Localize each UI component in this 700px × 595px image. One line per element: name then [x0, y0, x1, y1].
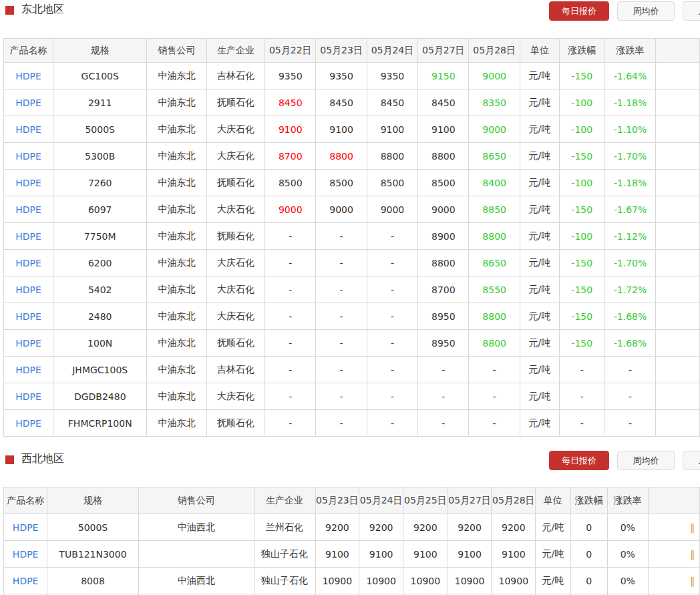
- product-link[interactable]: HDPE: [15, 338, 41, 349]
- product-link[interactable]: HDPE: [15, 124, 41, 135]
- clipped-action-cell[interactable]: ‖: [648, 568, 699, 594]
- product-link[interactable]: HDPE: [13, 576, 39, 586]
- price-cell: -: [367, 330, 417, 357]
- product-link[interactable]: HDPE: [15, 311, 41, 322]
- spec-cell: 5402: [53, 276, 147, 303]
- clipped-orange-link-fragment[interactable]: ‖: [690, 549, 695, 560]
- product-cell: HDPE: [4, 383, 53, 410]
- change-cell: -: [560, 410, 604, 437]
- table-wrapper: 产品名称规格销售公司生产企业05月23日05月24日05月25日05月27日05…: [3, 487, 700, 595]
- unit-cell: 元/吨: [520, 63, 559, 89]
- product-link[interactable]: HDPE: [13, 549, 39, 560]
- price-table-northwest: 产品名称规格销售公司生产企业05月23日05月24日05月25日05月27日05…: [3, 487, 700, 595]
- quote-button-0[interactable]: 每日报价: [549, 1, 609, 21]
- product-link[interactable]: HDPE: [15, 97, 41, 108]
- producer-cell: 抚顺石化: [206, 223, 265, 250]
- product-link[interactable]: HDPE: [15, 231, 41, 242]
- product-link[interactable]: HDPE: [15, 204, 41, 215]
- price-cell: -: [316, 383, 367, 410]
- clipped-action-cell: [656, 63, 700, 89]
- producer-cell: 大庆石化: [206, 143, 265, 170]
- clipped-orange-link-fragment[interactable]: ‖: [690, 522, 695, 533]
- clipped-action-cell[interactable]: ‖: [648, 514, 699, 541]
- price-cell: 10900: [403, 568, 448, 594]
- unit-cell: 元/吨: [520, 116, 559, 143]
- price-cell: -: [316, 330, 367, 357]
- price-cell: -: [265, 303, 316, 330]
- price-cell: 9150: [418, 63, 469, 89]
- price-cell: 10900: [315, 568, 359, 594]
- price-cell: 8950: [418, 303, 469, 330]
- column-header: 05月27日: [448, 487, 492, 514]
- rate-cell: -1.68%: [604, 330, 656, 357]
- product-link[interactable]: HDPE: [15, 258, 41, 268]
- product-link[interactable]: HDPE: [15, 365, 41, 375]
- rate-cell: -1.12%: [604, 223, 656, 250]
- table-row: HDPEGC100S中油东北吉林石化93509350935091509000元/…: [4, 63, 700, 89]
- quote-button-0[interactable]: 每日报价: [549, 451, 609, 470]
- clipped-orange-link-fragment[interactable]: ‖: [690, 576, 695, 586]
- quote-button-2-clipped[interactable]: 月均价: [683, 1, 700, 21]
- column-header: 销售公司: [138, 487, 254, 514]
- company-cell: 中油东北: [147, 116, 207, 143]
- price-cell: 8450: [316, 89, 367, 116]
- producer-cell: 独山子石化: [254, 541, 315, 568]
- producer-cell: 吉林石化: [206, 357, 265, 383]
- price-cell: 9000: [469, 116, 520, 143]
- price-cell: -: [418, 357, 469, 383]
- product-link[interactable]: HDPE: [15, 284, 41, 295]
- table-row: HDPE5402中油东北大庆石化---87008550元/吨-150-1.72%: [4, 276, 700, 303]
- product-link[interactable]: HDPE: [15, 178, 41, 188]
- unit-cell: 元/吨: [536, 568, 570, 594]
- price-cell: -: [316, 276, 367, 303]
- quote-button-2-clipped[interactable]: 月均价: [683, 451, 700, 470]
- clipped-action-cell: [656, 250, 700, 276]
- red-square-bullet-icon: [5, 6, 14, 15]
- column-header: 05月22日: [265, 39, 316, 63]
- price-cell: -: [316, 303, 367, 330]
- product-cell: HDPE: [4, 143, 53, 170]
- price-cell: 9200: [359, 514, 403, 541]
- company-cell: 中油东北: [147, 143, 207, 170]
- price-cell: 9350: [367, 63, 417, 89]
- producer-cell: 兰州石化: [254, 514, 315, 541]
- producer-cell: 独山子石化: [254, 568, 315, 594]
- rate-cell: -1.70%: [604, 250, 656, 276]
- price-cell: 8400: [469, 170, 520, 196]
- rate-cell: 0%: [608, 568, 649, 594]
- clipped-action-cell[interactable]: ‖: [648, 541, 699, 568]
- spec-cell: 8008: [47, 568, 138, 594]
- price-cell: 9100: [367, 116, 417, 143]
- price-cell: 9100: [403, 541, 448, 568]
- unit-cell: 元/吨: [520, 89, 559, 116]
- column-header: 05月28日: [469, 39, 520, 63]
- price-cell: -: [367, 383, 417, 410]
- spec-cell: GC100S: [53, 63, 147, 89]
- spec-cell: 5000S: [53, 116, 147, 143]
- change-cell: -100: [560, 170, 604, 196]
- table-row: HDPE6097中油东北大庆石化90009000900090008850元/吨-…: [4, 196, 700, 223]
- rate-cell: -: [604, 383, 656, 410]
- column-header: 单位: [536, 487, 570, 514]
- product-link[interactable]: HDPE: [15, 418, 41, 429]
- quote-button-1[interactable]: 周均价: [617, 451, 675, 470]
- change-cell: -100: [560, 89, 604, 116]
- product-link[interactable]: HDPE: [13, 522, 39, 533]
- product-link[interactable]: HDPE: [15, 71, 41, 81]
- price-cell: 9100: [315, 541, 359, 568]
- quote-button-1[interactable]: 周均价: [617, 1, 675, 21]
- price-cell: 8450: [265, 89, 316, 116]
- quote-mode-buttons: 每日报价周均价月均价: [549, 451, 700, 470]
- price-cell: 8700: [265, 143, 316, 170]
- section-northeast: 东北地区 每日报价周均价月均价 产品名称规格销售公司生产企业05月22日05月2…: [0, 0, 700, 437]
- product-cell: HDPE: [4, 89, 53, 116]
- product-link[interactable]: HDPE: [15, 151, 41, 162]
- price-cell: -: [316, 250, 367, 276]
- price-cell: -: [265, 330, 316, 357]
- column-header: 涨跌率: [604, 39, 656, 63]
- change-cell: -150: [560, 330, 604, 357]
- price-cell: -: [418, 383, 469, 410]
- product-link[interactable]: HDPE: [15, 391, 41, 402]
- price-cell: -: [265, 357, 316, 383]
- producer-cell: 大庆石化: [206, 196, 265, 223]
